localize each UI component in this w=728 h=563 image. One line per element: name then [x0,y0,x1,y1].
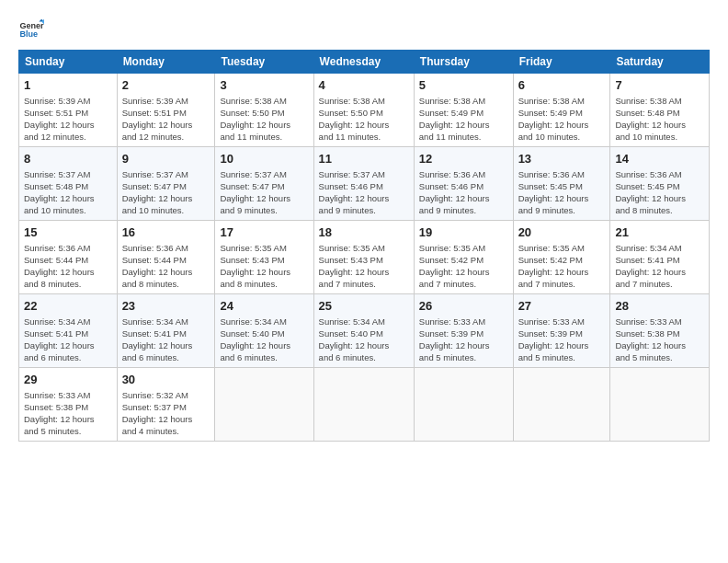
calendar-cell: 12Sunrise: 5:36 AMSunset: 5:46 PMDayligh… [414,147,513,221]
day-number: 20 [518,224,606,241]
calendar-cell: 10Sunrise: 5:37 AMSunset: 5:47 PMDayligh… [215,147,313,221]
day-info: Sunrise: 5:38 AMSunset: 5:49 PMDaylight:… [419,95,508,143]
day-info: Sunrise: 5:37 AMSunset: 5:47 PMDaylight:… [122,168,210,216]
header-day-thursday: Thursday [414,51,513,74]
calendar-cell: 25Sunrise: 5:34 AMSunset: 5:40 PMDayligh… [313,294,414,368]
day-info: Sunrise: 5:38 AMSunset: 5:50 PMDaylight:… [319,95,409,143]
header-day-sunday: Sunday [19,51,118,74]
svg-text:Blue: Blue [19,29,38,39]
calendar-cell: 28Sunrise: 5:33 AMSunset: 5:38 PMDayligh… [610,294,710,368]
day-number: 30 [122,372,210,388]
day-number: 27 [518,298,606,315]
calendar-cell: 13Sunrise: 5:36 AMSunset: 5:45 PMDayligh… [513,147,610,221]
calendar-cell: 22Sunrise: 5:34 AMSunset: 5:41 PMDayligh… [19,294,118,368]
day-info: Sunrise: 5:36 AMSunset: 5:45 PMDaylight:… [615,168,704,216]
day-info: Sunrise: 5:35 AMSunset: 5:43 PMDaylight:… [319,242,409,290]
day-number: 14 [615,151,704,167]
day-number: 13 [518,151,606,167]
calendar-cell: 4Sunrise: 5:38 AMSunset: 5:50 PMDaylight… [313,74,414,147]
day-info: Sunrise: 5:34 AMSunset: 5:40 PMDaylight:… [220,316,308,363]
day-info: Sunrise: 5:39 AMSunset: 5:51 PMDaylight:… [122,95,210,143]
day-info: Sunrise: 5:36 AMSunset: 5:44 PMDaylight:… [24,242,112,290]
day-info: Sunrise: 5:36 AMSunset: 5:44 PMDaylight:… [122,242,210,290]
day-info: Sunrise: 5:35 AMSunset: 5:42 PMDaylight:… [419,242,508,290]
day-number: 1 [24,77,112,94]
calendar-cell [414,368,513,442]
calendar-cell [513,368,610,442]
week-row-2: 8Sunrise: 5:37 AMSunset: 5:48 PMDaylight… [19,147,710,221]
calendar-cell: 29Sunrise: 5:33 AMSunset: 5:38 PMDayligh… [19,368,118,442]
calendar-cell: 1Sunrise: 5:39 AMSunset: 5:51 PMDaylight… [19,74,118,147]
day-info: Sunrise: 5:35 AMSunset: 5:42 PMDaylight:… [518,242,606,290]
calendar-cell: 2Sunrise: 5:39 AMSunset: 5:51 PMDaylight… [117,74,215,147]
calendar-cell: 24Sunrise: 5:34 AMSunset: 5:40 PMDayligh… [215,294,313,368]
calendar-cell: 16Sunrise: 5:36 AMSunset: 5:44 PMDayligh… [117,221,215,294]
day-info: Sunrise: 5:37 AMSunset: 5:47 PMDaylight:… [220,168,308,216]
calendar-cell: 6Sunrise: 5:38 AMSunset: 5:49 PMDaylight… [513,74,610,147]
calendar-cell [215,368,313,442]
calendar-cell: 3Sunrise: 5:38 AMSunset: 5:50 PMDaylight… [215,74,313,147]
calendar-page: General Blue SundayMondayTuesdayWednesda… [0,0,728,563]
day-number: 26 [419,298,508,315]
day-number: 6 [518,77,606,94]
day-info: Sunrise: 5:37 AMSunset: 5:48 PMDaylight:… [24,168,112,216]
header-day-friday: Friday [513,51,610,74]
day-number: 11 [319,151,409,167]
day-number: 22 [24,298,112,315]
day-number: 23 [122,298,210,315]
calendar-cell: 23Sunrise: 5:34 AMSunset: 5:41 PMDayligh… [117,294,215,368]
calendar-cell: 9Sunrise: 5:37 AMSunset: 5:47 PMDaylight… [117,147,215,221]
calendar-cell: 5Sunrise: 5:38 AMSunset: 5:49 PMDaylight… [414,74,513,147]
day-info: Sunrise: 5:35 AMSunset: 5:43 PMDaylight:… [220,242,308,290]
week-row-3: 15Sunrise: 5:36 AMSunset: 5:44 PMDayligh… [19,221,710,294]
day-info: Sunrise: 5:33 AMSunset: 5:38 PMDaylight:… [24,389,112,437]
day-number: 29 [24,372,112,388]
day-number: 5 [419,77,508,94]
calendar-cell: 15Sunrise: 5:36 AMSunset: 5:44 PMDayligh… [19,221,118,294]
calendar-cell: 27Sunrise: 5:33 AMSunset: 5:39 PMDayligh… [513,294,610,368]
header-day-saturday: Saturday [610,51,710,74]
calendar-cell: 19Sunrise: 5:35 AMSunset: 5:42 PMDayligh… [414,221,513,294]
day-number: 17 [220,224,308,241]
day-number: 9 [122,151,210,167]
day-info: Sunrise: 5:38 AMSunset: 5:49 PMDaylight:… [518,95,606,143]
calendar-cell: 14Sunrise: 5:36 AMSunset: 5:45 PMDayligh… [610,147,710,221]
day-number: 16 [122,224,210,241]
day-info: Sunrise: 5:36 AMSunset: 5:46 PMDaylight:… [419,168,508,216]
day-info: Sunrise: 5:33 AMSunset: 5:38 PMDaylight:… [615,316,704,363]
calendar-table: SundayMondayTuesdayWednesdayThursdayFrid… [18,50,710,442]
day-number: 3 [220,77,308,94]
day-number: 10 [220,151,308,167]
day-number: 19 [419,224,508,241]
day-number: 2 [122,77,210,94]
day-info: Sunrise: 5:36 AMSunset: 5:45 PMDaylight:… [518,168,606,216]
header-day-wednesday: Wednesday [313,51,414,74]
calendar-cell: 18Sunrise: 5:35 AMSunset: 5:43 PMDayligh… [313,221,414,294]
day-info: Sunrise: 5:37 AMSunset: 5:46 PMDaylight:… [319,168,409,216]
calendar-cell: 7Sunrise: 5:38 AMSunset: 5:48 PMDaylight… [610,74,710,147]
calendar-cell: 21Sunrise: 5:34 AMSunset: 5:41 PMDayligh… [610,221,710,294]
calendar-cell: 20Sunrise: 5:35 AMSunset: 5:42 PMDayligh… [513,221,610,294]
day-number: 7 [615,77,704,94]
svg-text:General: General [19,21,44,30]
day-number: 8 [24,151,112,167]
day-info: Sunrise: 5:34 AMSunset: 5:41 PMDaylight:… [122,316,210,363]
day-number: 25 [319,298,409,315]
page-header: General Blue [18,17,710,42]
calendar-cell: 30Sunrise: 5:32 AMSunset: 5:37 PMDayligh… [117,368,215,442]
calendar-header-row: SundayMondayTuesdayWednesdayThursdayFrid… [19,51,710,74]
day-info: Sunrise: 5:33 AMSunset: 5:39 PMDaylight:… [518,316,606,363]
day-number: 24 [220,298,308,315]
calendar-cell: 17Sunrise: 5:35 AMSunset: 5:43 PMDayligh… [215,221,313,294]
day-number: 21 [615,224,704,241]
day-info: Sunrise: 5:38 AMSunset: 5:50 PMDaylight:… [220,95,308,143]
day-info: Sunrise: 5:38 AMSunset: 5:48 PMDaylight:… [615,95,704,143]
header-day-tuesday: Tuesday [215,51,313,74]
day-info: Sunrise: 5:33 AMSunset: 5:39 PMDaylight:… [419,316,508,363]
day-info: Sunrise: 5:39 AMSunset: 5:51 PMDaylight:… [24,95,112,143]
week-row-4: 22Sunrise: 5:34 AMSunset: 5:41 PMDayligh… [19,294,710,368]
day-info: Sunrise: 5:34 AMSunset: 5:41 PMDaylight:… [24,316,112,363]
week-row-5: 29Sunrise: 5:33 AMSunset: 5:38 PMDayligh… [19,368,710,442]
week-row-1: 1Sunrise: 5:39 AMSunset: 5:51 PMDaylight… [19,74,710,147]
calendar-cell [610,368,710,442]
